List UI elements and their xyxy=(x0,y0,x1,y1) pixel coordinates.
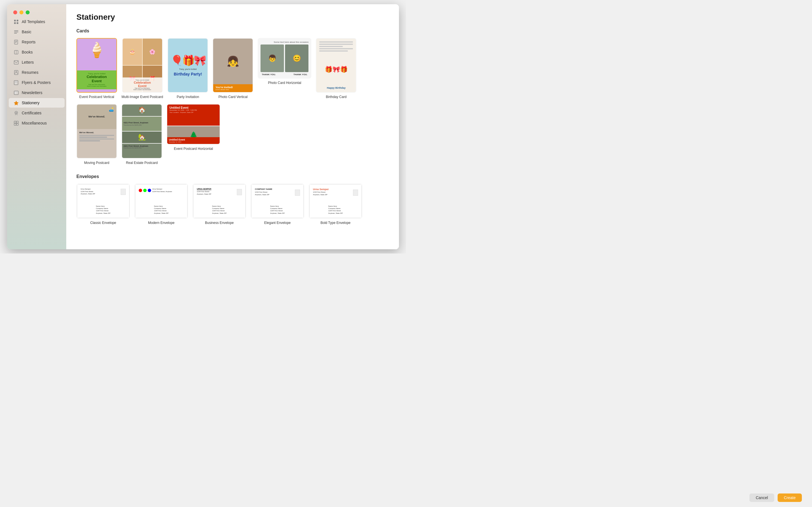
thumb-real-estate-postcard: 🏠 4321 First Street, Anytown Townhome fo… xyxy=(122,105,161,158)
sidebar-item-flyers-posters[interactable]: Flyers & Posters xyxy=(9,78,64,87)
misc-icon xyxy=(13,120,19,126)
basic-icon xyxy=(13,29,19,35)
sidebar-item-label: Basic xyxy=(22,30,31,34)
main-content: Stationery Cards 🍦 Tracy, you're invited… xyxy=(66,4,399,249)
template-birthday-card[interactable]: 🎁🎀🎁 Happy Birthday Birthday Card xyxy=(316,38,356,100)
template-event-postcard-horizontal[interactable]: Untitled Event December 12, 2016 · 1:00 … xyxy=(167,104,220,165)
svg-rect-2 xyxy=(14,22,16,24)
sidebar-item-newsletters[interactable]: Newsletters xyxy=(9,88,64,98)
template-label: Moving Postcard xyxy=(84,161,109,165)
template-label: Photo Card Vertical xyxy=(218,95,248,100)
svg-rect-33 xyxy=(16,123,18,125)
svg-rect-9 xyxy=(15,42,17,42)
thumb-event-postcard-horizontal: Untitled Event December 12, 2016 · 1:00 … xyxy=(167,105,220,144)
svg-rect-22 xyxy=(16,92,18,93)
template-bold-type-envelope[interactable]: Urna Semper 1234 First StreetAnytown, St… xyxy=(309,184,362,225)
gifts-icon: 🎁🎀🎁 xyxy=(325,66,348,73)
svg-marker-25 xyxy=(14,101,18,105)
sidebar-item-label: Resumes xyxy=(22,70,38,75)
sidebar-item-miscellaneous[interactable]: Miscellaneous xyxy=(9,118,64,128)
ice-cream-icon: 🍦 xyxy=(88,41,106,59)
svg-rect-17 xyxy=(15,81,17,82)
sidebar-item-stationery[interactable]: Stationery xyxy=(9,98,64,108)
newsletters-icon xyxy=(13,90,19,96)
template-label: Bold Type Envelope xyxy=(320,221,351,225)
thumb-event-postcard-vertical: 🍦 Tracy, you're invited CelebrationEvent… xyxy=(77,39,116,92)
sidebar-item-basic[interactable]: Basic xyxy=(9,27,64,37)
svg-rect-1 xyxy=(17,20,18,21)
thumb-moving-postcard: We've Moved. 🛋️ We've Moved. xyxy=(77,105,116,158)
envelopes-grid: Urna Semper1234 First StreetAnytown, Sta… xyxy=(77,184,389,225)
sidebar-item-label: Stationery xyxy=(22,101,40,105)
sidebar-item-certificates[interactable]: Certificates xyxy=(9,108,64,118)
close-button[interactable] xyxy=(13,10,17,14)
minimize-button[interactable] xyxy=(19,10,23,14)
template-label: Real Estate Postcard xyxy=(126,161,158,165)
template-label: Classic Envelope xyxy=(90,221,116,225)
sidebar-item-resumes[interactable]: Resumes xyxy=(9,68,64,77)
sidebar-item-all-templates[interactable]: All Templates xyxy=(9,17,64,26)
template-label: Modern Envelope xyxy=(148,221,174,225)
books-icon xyxy=(13,49,19,55)
reports-icon xyxy=(13,39,19,45)
certificates-icon xyxy=(13,110,19,116)
envelopes-section: Envelopes Urna Semper1234 First StreetAn… xyxy=(77,174,389,225)
svg-rect-31 xyxy=(16,121,18,123)
template-modern-envelope[interactable]: Urna Semper1234 First Street, Anytown Na… xyxy=(135,184,188,225)
svg-rect-24 xyxy=(16,94,17,94)
sidebar-item-books[interactable]: Books xyxy=(9,47,64,57)
letters-icon xyxy=(13,59,19,65)
svg-rect-4 xyxy=(14,31,18,31)
template-label: Event Postcard Vertical xyxy=(79,95,114,100)
cards-grid: 🍦 Tracy, you're invited CelebrationEvent… xyxy=(77,38,389,165)
sidebar-item-label: Books xyxy=(22,50,33,54)
sidebar-item-label: All Templates xyxy=(22,19,45,24)
template-photo-card-horizontal[interactable]: Some text here about the occasion 👦 😊 TH… xyxy=(258,38,311,100)
template-event-postcard-vertical[interactable]: 🍦 Tracy, you're invited CelebrationEvent… xyxy=(77,38,117,100)
resumes-icon xyxy=(13,69,19,75)
template-real-estate-postcard[interactable]: 🏠 4321 First Street, Anytown Townhome fo… xyxy=(121,104,162,165)
svg-rect-32 xyxy=(14,123,16,125)
thumb-modern-envelope: Urna Semper1234 First Street, Anytown Na… xyxy=(135,184,188,218)
svg-rect-18 xyxy=(15,83,17,83)
svg-line-28 xyxy=(15,114,15,115)
thumb-multi-image-postcard: 🎂 🌸 🎀 🎁 Tracy, you're invited Celebratio… xyxy=(123,39,162,92)
svg-rect-0 xyxy=(14,20,16,21)
template-party-invitation[interactable]: 🎈🎁🎀 Tracy, you're invited Birthday Party… xyxy=(167,38,208,100)
sidebar-item-label: Newsletters xyxy=(22,91,42,95)
template-multi-image-postcard[interactable]: 🎂 🌸 🎀 🎁 Tracy, you're invited Celebratio… xyxy=(121,38,163,100)
thumb-classic-envelope: Urna Semper1234 First StreetAnytown, Sta… xyxy=(77,184,130,218)
grid-icon xyxy=(13,19,19,24)
sidebar-item-label: Miscellaneous xyxy=(22,121,47,125)
sidebar-item-label: Certificates xyxy=(22,111,42,115)
template-classic-envelope[interactable]: Urna Semper1234 First StreetAnytown, Sta… xyxy=(77,184,130,225)
fullscreen-button[interactable] xyxy=(26,10,30,14)
template-label: Party Invitation xyxy=(177,95,199,100)
template-label: Business Envelope xyxy=(205,221,234,225)
thumb-photo-card-vertical: 👧 You're Invited! Event details here xyxy=(213,39,253,92)
envelopes-section-title: Envelopes xyxy=(77,174,389,179)
svg-rect-30 xyxy=(14,121,16,123)
thumb-elegant-envelope: COMPANY NAME 1234 First StreetAnytown, S… xyxy=(251,184,304,218)
template-elegant-envelope[interactable]: COMPANY NAME 1234 First StreetAnytown, S… xyxy=(251,184,304,225)
template-moving-postcard[interactable]: We've Moved. 🛋️ We've Moved. xyxy=(77,104,117,165)
sidebar-item-label: Letters xyxy=(22,60,34,64)
svg-rect-5 xyxy=(14,32,18,32)
template-label: Multi-Image Event Postcard xyxy=(121,95,163,100)
thumb-birthday-card: 🎁🎀🎁 Happy Birthday xyxy=(316,39,356,92)
cards-section: Cards 🍦 Tracy, you're invited Celebratio… xyxy=(77,29,389,165)
flyers-icon xyxy=(13,80,19,86)
sidebar-item-reports[interactable]: Reports xyxy=(9,37,64,47)
template-business-envelope[interactable]: URNA SEMPER 1234 First StreetAnytown, St… xyxy=(193,184,246,225)
svg-line-29 xyxy=(17,114,17,115)
svg-point-15 xyxy=(15,71,17,72)
thumb-bold-type-envelope: Urna Semper 1234 First StreetAnytown, St… xyxy=(309,184,362,218)
page-title: Stationery xyxy=(77,13,389,22)
svg-rect-13 xyxy=(14,61,18,64)
svg-rect-19 xyxy=(15,83,17,84)
template-label: Birthday Card xyxy=(326,95,347,100)
template-photo-card-vertical[interactable]: 👧 You're Invited! Event details here Pho… xyxy=(213,38,253,100)
sidebar: All Templates Basic Reports xyxy=(7,4,66,249)
sidebar-item-letters[interactable]: Letters xyxy=(9,57,64,67)
svg-marker-27 xyxy=(15,112,17,114)
